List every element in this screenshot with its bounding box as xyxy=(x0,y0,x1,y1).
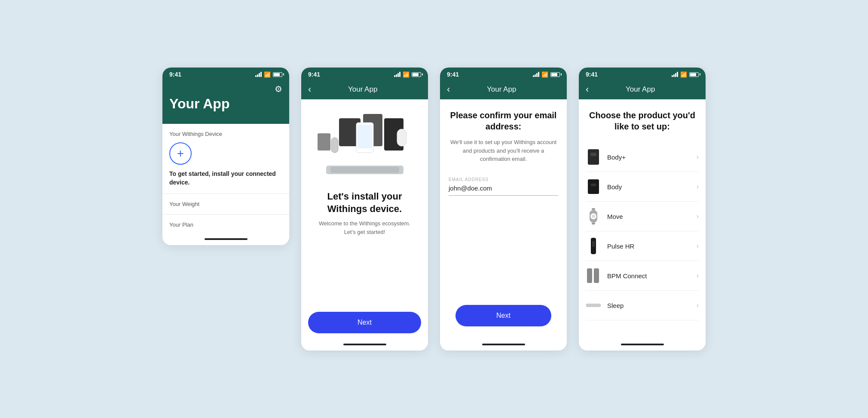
product-name-pulsehr: Pulse HR xyxy=(607,243,697,250)
device-section: Your Withings Device + To get started, i… xyxy=(162,124,289,194)
back-button-4[interactable]: ‹ xyxy=(586,85,592,94)
svg-rect-5 xyxy=(397,129,406,146)
time-4: 9:41 xyxy=(586,71,598,78)
move-icon xyxy=(586,208,601,225)
svg-rect-18 xyxy=(592,223,595,224)
home-bar xyxy=(482,344,525,345)
chevron-icon: › xyxy=(697,153,699,161)
sleep-icon xyxy=(586,297,601,314)
next-button-2[interactable]: Next xyxy=(308,312,421,333)
nav-title-2: Your App xyxy=(315,85,411,94)
chevron-icon: › xyxy=(697,272,699,280)
home-indicator-2 xyxy=(301,340,428,350)
next-button-3[interactable]: Next xyxy=(455,305,551,326)
svg-rect-9 xyxy=(330,167,399,173)
install-text: To get started, install your connected d… xyxy=(169,170,282,187)
svg-rect-21 xyxy=(587,268,592,283)
battery-icon xyxy=(689,72,699,77)
svg-rect-13 xyxy=(591,184,596,186)
plan-section: Your Plan xyxy=(162,215,289,235)
body-icon xyxy=(586,178,601,195)
phone3-body: Please confirm your email address: We'll… xyxy=(440,99,567,340)
status-icons-3: 📶 xyxy=(533,71,560,78)
product-name-sleep: Sleep xyxy=(607,302,697,309)
wifi-icon: 📶 xyxy=(264,71,271,78)
svg-rect-22 xyxy=(594,268,599,283)
back-button-2[interactable]: ‹ xyxy=(308,85,315,94)
phone1-body: Your Withings Device + To get started, i… xyxy=(162,124,289,235)
product-item-pulsehr[interactable]: Pulse HR › xyxy=(586,231,699,261)
plan-label: Your Plan xyxy=(169,221,282,228)
email-field-value[interactable]: john@doe.com xyxy=(449,184,558,196)
product-list: Body+ › Body › xyxy=(586,142,699,320)
product-name-move: Move xyxy=(607,213,697,220)
svg-rect-7 xyxy=(358,125,372,148)
product-name-bpm: BPM Connect xyxy=(607,272,697,280)
wifi-icon: 📶 xyxy=(403,71,410,78)
product-item-sleep[interactable]: Sleep › xyxy=(586,291,699,320)
gear-icon[interactable]: ⚙ xyxy=(275,84,282,94)
phone-3: 9:41 📶 ‹ Your App Please confirm your em… xyxy=(440,68,567,350)
pulsehr-icon xyxy=(586,237,601,255)
product-name-bodyplus: Body+ xyxy=(607,154,697,161)
status-icons-1: 📶 xyxy=(255,71,282,78)
signal-icon xyxy=(533,72,539,77)
weight-section: Your Weight xyxy=(162,194,289,215)
phone2-body: Let's install your Withings device. Welc… xyxy=(301,99,428,340)
svg-rect-2 xyxy=(318,133,330,151)
product-name-body: Body xyxy=(607,183,697,191)
home-indicator-4 xyxy=(579,340,706,350)
nav-bar-4: ‹ Your App xyxy=(579,80,706,99)
nav-bar-2: ‹ Your App xyxy=(301,80,428,99)
battery-icon xyxy=(273,72,282,77)
time-3: 9:41 xyxy=(447,71,459,78)
bodyplus-icon xyxy=(586,148,601,166)
svg-rect-20 xyxy=(592,241,595,247)
nav-title-3: Your App xyxy=(453,85,550,94)
product-item-move[interactable]: Move › xyxy=(586,202,699,231)
wifi-icon: 📶 xyxy=(680,71,687,78)
weight-label: Your Weight xyxy=(169,201,282,207)
product-item-body[interactable]: Body › xyxy=(586,172,699,202)
product-item-bodyplus[interactable]: Body+ › xyxy=(586,142,699,172)
phone-1: 9:41 📶 ⚙ Your App Your Withings Device + xyxy=(162,68,289,245)
phone1-header: ⚙ Your App xyxy=(162,80,289,124)
back-button-3[interactable]: ‹ xyxy=(447,85,453,94)
nav-bar-3: ‹ Your App xyxy=(440,80,567,99)
chevron-icon: › xyxy=(697,301,699,309)
signal-icon xyxy=(672,72,678,77)
home-indicator-3 xyxy=(440,340,567,350)
time-1: 9:41 xyxy=(169,71,181,78)
plus-icon: + xyxy=(177,147,184,160)
email-confirm-sub: We'll use it to set up your Withings acc… xyxy=(449,138,558,163)
status-bar-1: 9:41 📶 xyxy=(162,68,289,80)
nav-title-4: Your App xyxy=(592,85,688,94)
phone1-app-title: Your App xyxy=(169,96,282,115)
chevron-icon: › xyxy=(697,242,699,250)
svg-point-17 xyxy=(592,215,595,218)
svg-rect-11 xyxy=(590,153,596,156)
devices-illustration xyxy=(313,110,416,178)
svg-rect-14 xyxy=(592,208,595,210)
status-bar-2: 9:41 📶 xyxy=(301,68,428,80)
home-bar xyxy=(205,238,248,240)
battery-icon xyxy=(412,72,421,77)
device-section-label: Your Withings Device xyxy=(169,131,282,137)
time-2: 9:41 xyxy=(308,71,320,78)
status-icons-4: 📶 xyxy=(672,71,699,78)
devices-image-area xyxy=(301,99,428,185)
chevron-icon: › xyxy=(697,212,699,220)
svg-rect-10 xyxy=(588,149,599,165)
signal-icon xyxy=(394,72,400,77)
choose-heading: Choose the product you'd like to set up: xyxy=(586,110,699,132)
battery-icon xyxy=(550,72,560,77)
signal-icon xyxy=(255,72,262,77)
phone4-body: Choose the product you'd like to set up:… xyxy=(579,99,706,340)
phone-2: 9:41 📶 ‹ Your App xyxy=(301,68,428,350)
product-item-bpm[interactable]: BPM Connect › xyxy=(586,261,699,291)
phone2-subtext: Welcome to the Withings ecosystem. Let's… xyxy=(301,215,428,246)
email-confirm-heading: Please confirm your email address: xyxy=(449,110,558,132)
svg-rect-23 xyxy=(586,304,601,307)
bpm-icon xyxy=(586,267,601,284)
add-device-button[interactable]: + xyxy=(169,142,192,165)
